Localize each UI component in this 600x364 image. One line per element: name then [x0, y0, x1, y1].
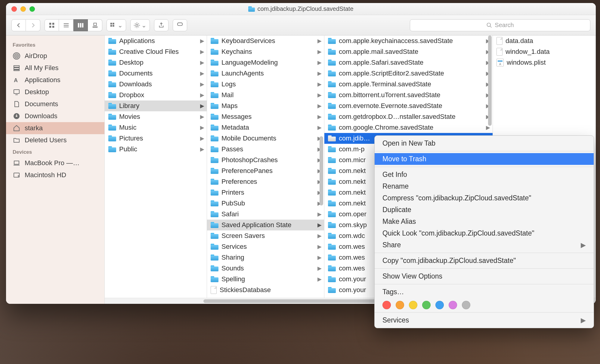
column-row[interactable]: com.bittorrent.uTorrent.savedState▶: [324, 90, 493, 100]
titlebar: com.jdibackup.ZipCloud.savedState: [6, 3, 596, 15]
column-row[interactable]: KeyboardServices▶: [207, 35, 324, 46]
folder-icon: [108, 114, 116, 120]
scrollbar[interactable]: [319, 35, 324, 304]
coverflow-view-button[interactable]: [88, 19, 102, 31]
ctx-rename[interactable]: Rename: [375, 180, 594, 192]
column-row[interactable]: LanguageModeling▶: [207, 57, 324, 68]
tags-button[interactable]: [173, 19, 187, 31]
column-row[interactable]: Screen Savers▶: [207, 230, 324, 241]
icon-view-button[interactable]: [45, 19, 59, 31]
column-row[interactable]: Safari▶: [207, 209, 324, 220]
column-row[interactable]: Maps▶: [207, 100, 324, 111]
close-icon[interactable]: [11, 6, 17, 12]
tag-color[interactable]: [435, 301, 444, 309]
column-row[interactable]: LaunchAgents▶: [207, 68, 324, 79]
sidebar-item[interactable]: MacBook Pro —…: [6, 157, 104, 169]
tag-color[interactable]: [422, 301, 431, 309]
ctx-get-info[interactable]: Get Info: [375, 169, 594, 180]
ctx-make-alias[interactable]: Make Alias: [375, 216, 594, 227]
ctx-open-in-new-tab[interactable]: Open in New Tab: [375, 137, 594, 149]
column-view-button[interactable]: [73, 19, 88, 31]
column-row[interactable]: Mobile Documents▶: [207, 133, 324, 144]
column-row[interactable]: data.data: [493, 35, 595, 46]
column-row[interactable]: com.getdropbox.D…nstaller.savedState▶: [324, 111, 493, 122]
column-row[interactable]: Sharing▶: [207, 252, 324, 263]
column-row[interactable]: Messages▶: [207, 111, 324, 122]
column-row[interactable]: Mail▶: [207, 90, 324, 100]
list-view-button[interactable]: [59, 19, 73, 31]
ctx-tag-colors: [375, 298, 594, 310]
column-row[interactable]: com.evernote.Evernote.savedState▶: [324, 100, 493, 111]
column-row[interactable]: window_1.data: [493, 46, 595, 57]
ctx-quick-look[interactable]: Quick Look "com.jdibackup.ZipCloud.saved…: [375, 227, 594, 239]
action-button[interactable]: ⌄: [130, 19, 150, 31]
column-row[interactable]: Preferences▶: [207, 176, 324, 187]
ctx-move-to-trash[interactable]: Move to Trash: [375, 153, 594, 165]
column-row[interactable]: Services▶: [207, 241, 324, 252]
column-row[interactable]: windows.plist: [493, 57, 595, 68]
column-row[interactable]: Public▶: [105, 144, 207, 155]
forward-button[interactable]: [26, 19, 40, 31]
arrange-button[interactable]: ⌄: [107, 19, 126, 31]
column-row[interactable]: Desktop▶: [105, 57, 207, 68]
sidebar-item[interactable]: starka: [6, 122, 104, 134]
sidebar-item[interactable]: Downloads: [6, 110, 104, 122]
column-row[interactable]: com.apple.Safari.savedState▶: [324, 57, 493, 68]
column-row[interactable]: Logs▶: [207, 79, 324, 90]
tag-color[interactable]: [396, 301, 404, 309]
sidebar-item[interactable]: AApplications: [6, 74, 104, 86]
sidebar-item-label: AirDrop: [25, 52, 47, 60]
column-row[interactable]: Metadata▶: [207, 122, 324, 133]
column-row[interactable]: Saved Application State▶: [207, 220, 324, 230]
sidebar-item[interactable]: Deleted Users: [6, 134, 104, 146]
column-row[interactable]: PubSub▶: [207, 198, 324, 209]
column-row[interactable]: Library▶: [105, 100, 207, 111]
zoom-icon[interactable]: [29, 6, 35, 12]
back-button[interactable]: [11, 19, 26, 31]
column-row[interactable]: Passes▶: [207, 144, 324, 155]
tag-color[interactable]: [409, 301, 417, 309]
folder-icon: [328, 146, 336, 152]
column-row[interactable]: StickiesDatabase: [207, 285, 324, 295]
ctx-view-options[interactable]: Show View Options: [375, 270, 594, 282]
ctx-duplicate[interactable]: Duplicate: [375, 204, 594, 216]
column-row[interactable]: Keychains▶: [207, 46, 324, 57]
column-row[interactable]: Printers▶: [207, 187, 324, 198]
svg-rect-7: [78, 23, 79, 27]
tag-color[interactable]: [462, 301, 470, 309]
svg-rect-9: [82, 23, 83, 27]
column-row[interactable]: PhotoshopCrashes▶: [207, 155, 324, 165]
row-label: Movies: [119, 113, 197, 121]
column-row[interactable]: Music▶: [105, 122, 207, 133]
column-row[interactable]: Pictures▶: [105, 133, 207, 144]
share-button[interactable]: [154, 19, 169, 31]
column-row[interactable]: Documents▶: [105, 68, 207, 79]
column-row[interactable]: Dropbox▶: [105, 90, 207, 100]
ctx-share[interactable]: Share▶: [375, 239, 594, 251]
column-row[interactable]: com.apple.Terminal.savedState▶: [324, 79, 493, 90]
column-row[interactable]: Applications▶: [105, 35, 207, 46]
ctx-services[interactable]: Services▶: [375, 314, 594, 326]
svg-rect-25: [14, 70, 19, 71]
column-row[interactable]: com.apple.keychainaccess.savedState▶: [324, 35, 493, 46]
sidebar-item[interactable]: AirDrop: [6, 50, 104, 62]
column-row[interactable]: com.google.Chrome.savedState▶: [324, 122, 493, 133]
sidebar-item[interactable]: Desktop: [6, 86, 104, 98]
column-row[interactable]: com.apple.mail.savedState▶: [324, 46, 493, 57]
column-row[interactable]: com.apple.ScriptEditor2.savedState▶: [324, 68, 493, 79]
search-field[interactable]: Search: [410, 19, 590, 31]
minimize-icon[interactable]: [20, 6, 26, 12]
sidebar-item[interactable]: Macintosh HD: [6, 169, 104, 181]
tag-color[interactable]: [382, 301, 391, 309]
column-row[interactable]: Downloads▶: [105, 79, 207, 90]
ctx-compress[interactable]: Compress "com.jdibackup.ZipCloud.savedSt…: [375, 192, 594, 204]
column-row[interactable]: Spelling▶: [207, 274, 324, 285]
column-row[interactable]: PreferencePanes▶: [207, 165, 324, 176]
column-row[interactable]: Sounds▶: [207, 263, 324, 274]
column-row[interactable]: Creative Cloud Files▶: [105, 46, 207, 57]
sidebar-item[interactable]: Documents: [6, 98, 104, 110]
tag-color[interactable]: [449, 301, 457, 309]
column-row[interactable]: Movies▶: [105, 111, 207, 122]
sidebar-item[interactable]: All My Files: [6, 62, 104, 74]
ctx-copy[interactable]: Copy "com.jdibackup.ZipCloud.savedState": [375, 255, 594, 267]
